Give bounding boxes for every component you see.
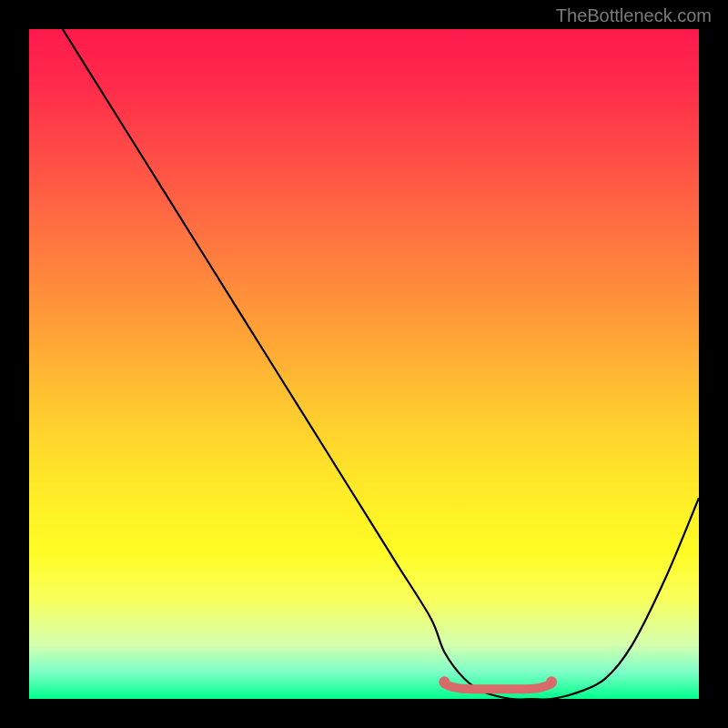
optimal-segment-left-dot <box>439 676 450 687</box>
optimal-segment-right-dot <box>546 676 557 687</box>
chart-svg <box>29 29 699 699</box>
optimal-segment-path <box>444 683 551 689</box>
bottleneck-curve-path <box>63 29 699 699</box>
chart-plot-area <box>29 29 699 699</box>
watermark-text: TheBottleneck.com <box>556 5 712 26</box>
